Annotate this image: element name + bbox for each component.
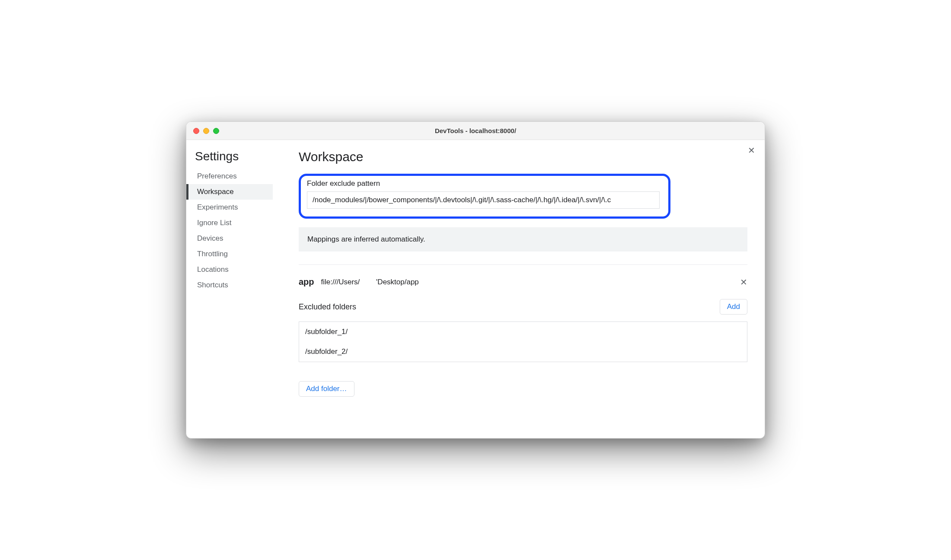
excluded-folders-label: Excluded folders: [299, 302, 356, 312]
sidebar-item-devices[interactable]: Devices: [186, 231, 273, 246]
folder-path: file:///Users/ 'Desktop/app: [321, 278, 733, 286]
page-title: Workspace: [299, 150, 747, 164]
exclude-pattern-input[interactable]: [307, 191, 660, 209]
excluded-folders-header: Excluded folders Add: [299, 299, 747, 315]
divider: [299, 264, 747, 265]
folder-path-suffix: 'Desktop/app: [376, 278, 419, 286]
window-title: DevTools - localhost:8000/: [192, 127, 759, 134]
workspace-folder-row: app file:///Users/ 'Desktop/app ✕: [299, 277, 747, 287]
sidebar-item-preferences[interactable]: Preferences: [186, 169, 273, 184]
remove-folder-icon[interactable]: ✕: [740, 278, 747, 286]
content-area: ✕ Settings Preferences Workspace Experim…: [186, 140, 765, 438]
add-excluded-button[interactable]: Add: [720, 299, 747, 315]
list-item[interactable]: /subfolder_2/: [299, 342, 747, 362]
sidebar-title: Settings: [186, 150, 273, 169]
sidebar-item-throttling[interactable]: Throttling: [186, 246, 273, 262]
window-maximize-button[interactable]: [213, 128, 219, 134]
exclude-pattern-highlight: Folder exclude pattern: [299, 174, 670, 219]
sidebar-item-locations[interactable]: Locations: [186, 262, 273, 277]
folder-name: app: [299, 277, 314, 287]
list-item[interactable]: /subfolder_1/: [299, 322, 747, 342]
titlebar: DevTools - localhost:8000/: [186, 122, 765, 140]
info-banner: Mappings are inferred automatically.: [299, 227, 747, 251]
sidebar-item-shortcuts[interactable]: Shortcuts: [186, 277, 273, 293]
window-minimize-button[interactable]: [203, 128, 209, 134]
folder-path-prefix: file:///Users/: [321, 278, 360, 286]
window-close-button[interactable]: [193, 128, 199, 134]
add-folder-row: Add folder…: [299, 381, 747, 397]
main-panel: Workspace Folder exclude pattern Mapping…: [273, 140, 765, 438]
close-icon[interactable]: ✕: [748, 146, 755, 155]
devtools-window: DevTools - localhost:8000/ ✕ Settings Pr…: [186, 121, 765, 439]
sidebar-item-ignore-list[interactable]: Ignore List: [186, 215, 273, 231]
settings-sidebar: Settings Preferences Workspace Experimen…: [186, 140, 273, 438]
excluded-folders-list: /subfolder_1/ /subfolder_2/: [299, 321, 747, 362]
sidebar-item-workspace[interactable]: Workspace: [186, 184, 273, 200]
exclude-pattern-label: Folder exclude pattern: [307, 179, 660, 188]
sidebar-item-experiments[interactable]: Experiments: [186, 200, 273, 215]
traffic-lights: [193, 128, 219, 134]
add-folder-button[interactable]: Add folder…: [299, 381, 354, 397]
